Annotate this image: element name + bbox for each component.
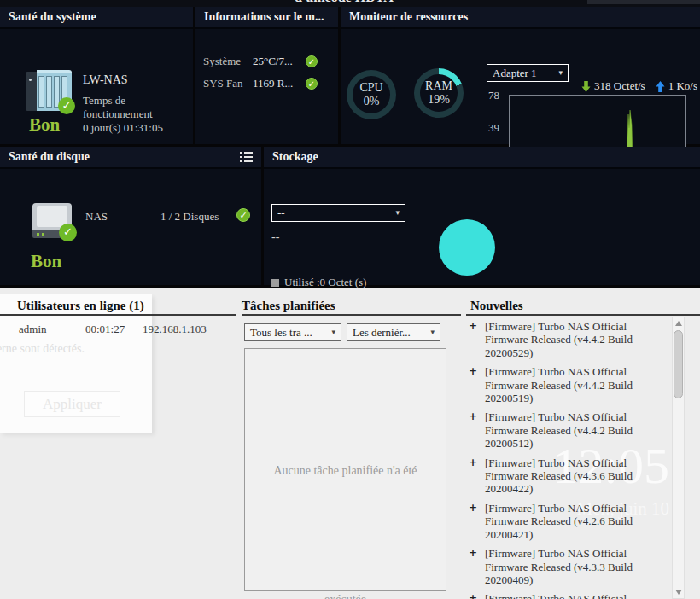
volume-name: -- [271, 230, 279, 244]
dashboard-dark-section: d'unicode HDTA Santé du système ✓ Bon LW… [0, 0, 700, 288]
expand-plus-icon[interactable]: + [469, 457, 477, 468]
panel-storage: Stockage -- ▾ -- Utilisé :0 Octet (s) Di… [264, 147, 700, 285]
upload-arrow-icon [656, 81, 665, 92]
disk-count: 1 / 2 Disques [160, 210, 219, 224]
disk-ok-icon: ✓ [59, 224, 77, 241]
user-ip: 192.168.1.103 [143, 323, 207, 336]
panel-disk-health: Santé du disque ✓ NAS 1 / 2 Disques ✓ Bo… [0, 147, 261, 285]
system-health-status: Bon [29, 114, 60, 136]
uptime-value: 0 jour(s) 01:31:05 [83, 121, 184, 135]
news-divider [466, 314, 700, 316]
chevron-down-icon: ▾ [331, 324, 335, 340]
adapter-select[interactable]: Adapter 1 ▾ [487, 64, 569, 82]
info-value: 1169 R... [253, 77, 306, 90]
volume-selected-value: -- [277, 205, 285, 221]
storage-pie-chart [439, 219, 495, 276]
scrollbar-thumb[interactable] [674, 330, 683, 398]
panel-system-health: Santé du système ✓ Bon LW-NAS Temps de f… [0, 7, 193, 144]
uptime-label: Temps de fonctionnement [83, 94, 184, 121]
clipped-title-text: d'unicode HDTA [295, 0, 394, 5]
ram-usage-gauge: RAM 19% [414, 68, 464, 118]
scroll-down-icon[interactable] [673, 586, 684, 598]
panel-hardware-info: Informations sur le m... Système 25°C/7.… [195, 7, 338, 144]
task-range-selected-value: Les dernièr... [353, 324, 411, 340]
info-label: Système [203, 55, 253, 68]
device-name: LW-NAS [83, 73, 184, 87]
panel-disk-health-title: Santé du disque [9, 150, 90, 163]
info-value: 25°C/7... [253, 55, 306, 68]
info-label: SYS Fan [203, 77, 253, 90]
online-users-divider [0, 314, 236, 316]
download-arrow-icon [581, 81, 591, 92]
chevron-down-icon: ▾ [395, 205, 400, 221]
expand-plus-icon[interactable]: + [469, 502, 477, 514]
expand-plus-icon[interactable]: + [469, 592, 477, 599]
news-item[interactable]: + [Firmware] Turbo NAS Official Firmware… [466, 410, 669, 450]
scheduled-tasks-title: Tâches planifiées [242, 299, 335, 313]
task-range-select[interactable]: Les dernièr... ▾ [347, 323, 440, 341]
news-scrollbar[interactable] [672, 317, 685, 599]
online-user-row: admin 00:01:27 192.168.1.103 [0, 323, 236, 338]
cpu-usage-gauge: CPU 0% [347, 70, 396, 119]
task-type-selected-value: Tous les tra ... [250, 324, 312, 340]
expand-plus-icon[interactable]: + [469, 320, 477, 332]
news-item[interactable]: + [Firmware] Turbo NAS Official Firmware… [466, 365, 669, 404]
legend-used: Utilisé :0 Octet (s) [271, 276, 366, 288]
status-ok-icon: ✓ [306, 78, 318, 90]
chevron-down-icon: ▾ [430, 324, 435, 340]
news-item[interactable]: + [Firmware] Turbo NAS Official Firmware… [466, 592, 669, 599]
ghost-widget-text: terne sont détectés. [0, 342, 85, 356]
dashboard-light-section: terne sont détectés. Appliquer Utilisate… [0, 288, 700, 599]
network-throughput: 318 Octet/s 1 Ko/s [581, 79, 697, 93]
task-empty-message-line2: exécutée [244, 593, 446, 599]
used-swatch-icon [271, 279, 279, 287]
volume-select[interactable]: -- ▾ [271, 204, 405, 222]
disk-group-name: NAS [85, 210, 108, 224]
online-users-title: Utilisateurs en ligne (1) [17, 299, 144, 313]
panel-storage-title: Stockage [264, 147, 700, 169]
news-title: Nouvelles [470, 299, 523, 313]
nas-device-icon: ✓ [26, 70, 72, 113]
download-value: 318 Octet/s [594, 79, 645, 93]
news-list: + [Firmware] Turbo NAS Official Firmware… [466, 317, 669, 599]
apply-button[interactable]: Appliquer [24, 391, 120, 417]
panel-system-health-title: Santé du système [0, 7, 193, 29]
hard-drive-icon: ✓ [32, 203, 72, 239]
yaxis-tick-top: 78 [488, 89, 499, 102]
status-ok-icon: ✓ [306, 55, 318, 67]
clipped-button-edge [587, 0, 700, 4]
hardware-info-row: SYS Fan 1169 R... ✓ [203, 77, 331, 90]
adapter-selected-value: Adapter 1 [493, 65, 537, 81]
list-icon[interactable] [240, 152, 253, 163]
cpu-value: 0% [364, 95, 380, 108]
news-item[interactable]: + [Firmware] Turbo NAS Official Firmware… [466, 547, 669, 586]
task-list-box: Aucune tâche planifiée n'a été [244, 348, 446, 591]
hardware-info-row: Système 25°C/7... ✓ [203, 55, 331, 68]
ram-value: 19% [428, 93, 450, 107]
user-name: admin [19, 323, 47, 336]
expand-plus-icon[interactable]: + [469, 410, 477, 422]
news-item[interactable]: + [Firmware] Turbo NAS Official Firmware… [466, 457, 669, 496]
ram-label: RAM [425, 79, 452, 93]
scroll-up-icon[interactable] [673, 317, 684, 329]
expand-plus-icon[interactable]: + [469, 547, 477, 559]
health-ok-icon: ✓ [58, 97, 75, 114]
chevron-down-icon: ▾ [558, 65, 563, 81]
disk-health-status: Bon [31, 251, 61, 272]
news-item[interactable]: + [Firmware] Turbo NAS Official Firmware… [466, 502, 669, 541]
upload-value: 1 Ko/s [668, 79, 697, 93]
cpu-label: CPU [359, 81, 382, 95]
scheduled-tasks-divider [242, 314, 461, 316]
yaxis-tick-mid: 39 [488, 121, 499, 135]
panel-hardware-info-title: Informations sur le m... [195, 7, 338, 29]
disk-status-ok-icon: ✓ [236, 208, 250, 222]
panel-resource-monitor: Moniteur de ressources CPU 0% RAM 19% Ad… [341, 7, 700, 144]
user-session-time: 00:01:27 [85, 323, 125, 336]
task-type-select[interactable]: Tous les tra ... ▾ [244, 323, 341, 341]
expand-plus-icon[interactable]: + [469, 365, 477, 377]
task-empty-message-line1: Aucune tâche planifiée n'a été [245, 464, 446, 478]
news-item[interactable]: + [Firmware] Turbo NAS Official Firmware… [466, 320, 669, 359]
panel-resource-monitor-title: Moniteur de ressources [341, 7, 700, 29]
